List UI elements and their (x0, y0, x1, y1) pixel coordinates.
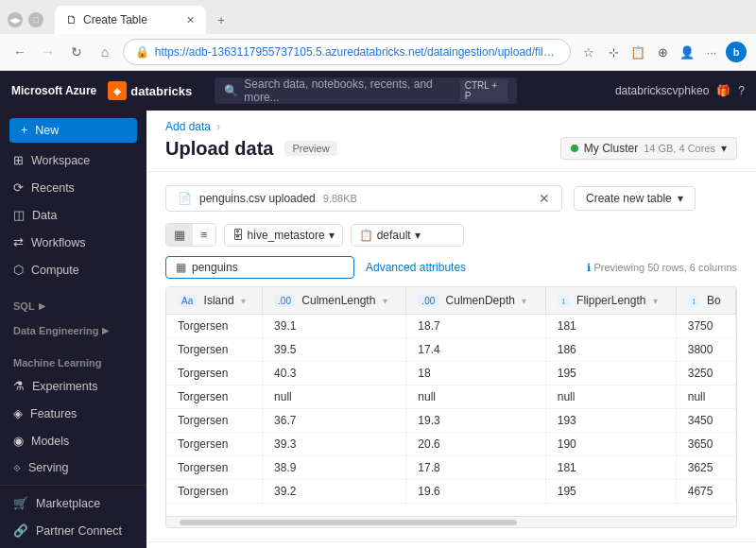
sort-icon-flipper-length[interactable]: ▾ (653, 296, 658, 306)
sidebar-item-experiments[interactable]: ⚗ Experiments (0, 372, 146, 400)
table-cell: Torgersen (166, 362, 263, 385)
info-icon: ℹ (587, 262, 591, 273)
col-resize-culmen-depth[interactable] (541, 287, 545, 314)
col-header-culmen-depth[interactable]: .00 CulmenDepth ▾ (406, 287, 545, 315)
favorites-icon[interactable]: ⊹ (603, 42, 624, 62)
sidebar-section-ml: Machine Learning (0, 348, 146, 372)
table-cell: 3450 (676, 409, 735, 433)
col-resize-island[interactable] (258, 287, 262, 314)
refresh-button[interactable]: ↻ (66, 42, 87, 62)
sidebar-item-features[interactable]: ◈ Features (0, 400, 146, 427)
tab-title: Create Table (83, 13, 147, 26)
help-icon[interactable]: ? (738, 84, 745, 97)
forward-button[interactable]: → (38, 42, 59, 62)
back-forward-icon[interactable]: ◀▶ (8, 12, 23, 27)
new-tab-button[interactable]: + (210, 9, 232, 31)
sidebar-item-recents[interactable]: ⟳ Recents (0, 174, 146, 201)
clear-file-button[interactable]: ✕ (539, 191, 550, 206)
table-cell: Torgersen (166, 315, 263, 338)
col-header-bo[interactable]: ↕ Bo (676, 287, 735, 315)
star-icon[interactable]: ☆ (578, 42, 599, 62)
back-button[interactable]: ← (9, 42, 30, 62)
tab-close-button[interactable]: ✕ (186, 14, 195, 26)
col-resize-flipper-length[interactable] (672, 287, 676, 314)
sidebar-item-marketplace[interactable]: 🛒 Marketplace (0, 489, 146, 517)
table-cell: 19.3 (406, 409, 545, 433)
table-cell: 4675 (676, 480, 735, 504)
table-name-value: penguins (192, 261, 238, 274)
sidebar-item-compute[interactable]: ⬡ Compute (0, 256, 146, 283)
sidebar-item-workflows[interactable]: ⇄ Workflows (0, 229, 146, 256)
active-browser-tab[interactable]: 🗋 Create Table ✕ (55, 6, 206, 34)
settings-icon[interactable]: ··· (701, 42, 722, 62)
sort-icon-culmen-length[interactable]: ▾ (383, 296, 387, 306)
de-chevron-icon: ▶ (102, 326, 109, 335)
table-name-field[interactable]: ▦ penguins (165, 256, 354, 279)
table-row: Torgersen39.219.61954675 (166, 480, 736, 504)
create-table-chevron-icon: ▾ (678, 192, 683, 205)
features-icon: ◈ (13, 406, 23, 420)
table-cell: Torgersen (166, 409, 263, 433)
scrollbar-thumb[interactable] (180, 520, 517, 525)
workspace-selector[interactable]: databrickscvphkeo (615, 84, 709, 97)
models-label: Models (31, 435, 69, 448)
data-table-wrapper: Aa Island ▾ .00 CulmenLength ▾ (165, 286, 737, 528)
file-pill: 📄 penguins.csv uploaded 9.88KB ✕ (165, 185, 562, 212)
horizontal-scrollbar[interactable] (166, 516, 736, 527)
sidebar-item-models[interactable]: ◉ Models (0, 427, 146, 454)
breadcrumb-parent[interactable]: Add data (165, 120, 211, 133)
table-cell: null (545, 385, 676, 409)
global-search[interactable]: 🔍 Search data, notebooks, recents, and m… (215, 77, 517, 104)
cluster-selector[interactable]: My Cluster 14 GB, 4 Cores ▾ (560, 137, 737, 160)
de-label: Data Engineering (13, 325, 98, 336)
table-cell: 36.7 (263, 409, 406, 433)
new-button[interactable]: + New (9, 118, 137, 143)
sidebar-item-data[interactable]: ◫ Data (0, 201, 146, 229)
table-view-button[interactable]: ▦ (166, 224, 193, 246)
edge-button[interactable]: b (726, 42, 747, 62)
sidebar-section-data-engineering[interactable]: Data Engineering ▶ (0, 316, 146, 340)
databricks-icon: ◈ (108, 81, 127, 100)
gift-icon[interactable]: 🎁 (716, 84, 730, 97)
create-table-dropdown[interactable]: Create new table ▾ (574, 186, 696, 211)
schema-selector[interactable]: 📋 default ▾ (351, 224, 464, 247)
table-cell: 195 (545, 362, 676, 385)
col-header-culmen-length[interactable]: .00 CulmenLength ▾ (263, 287, 406, 315)
sidebar-item-workspace[interactable]: ⊞ Workspace (0, 146, 146, 174)
extensions-icon[interactable]: ⊕ (652, 42, 673, 62)
sidebar-item-partner-connect[interactable]: 🔗 Partner Connect (0, 517, 146, 544)
main-content: Add data › Upload data Preview My Cluste… (146, 111, 756, 548)
window-controls[interactable]: ◀▶ □ (8, 12, 43, 27)
table-cell: 39.2 (263, 480, 406, 504)
list-view-button[interactable]: ≡ (193, 224, 215, 246)
table-icon: ▦ (176, 261, 186, 274)
workflows-icon: ⇄ (13, 235, 24, 249)
col-resize-culmen-length[interactable] (402, 287, 405, 314)
new-window-icon[interactable]: □ (28, 12, 43, 27)
home-button[interactable]: ⌂ (94, 42, 115, 62)
col-header-flipper-length[interactable]: ↕ FlipperLength ▾ (545, 287, 676, 315)
upload-row: 📄 penguins.csv uploaded 9.88KB ✕ Create … (165, 185, 737, 212)
table-cell: 195 (545, 480, 676, 504)
filename: penguins.csv uploaded (199, 192, 316, 205)
advanced-attributes-link[interactable]: Advanced attributes (366, 261, 466, 274)
sidebar-item-serving[interactable]: ⟐ Serving (0, 454, 146, 481)
sort-icon-culmen-depth[interactable]: ▾ (522, 296, 526, 306)
collections-icon[interactable]: 📋 (627, 42, 648, 62)
catalog-selector[interactable]: 🗄 hive_metastore ▾ (224, 224, 343, 247)
sidebar-section-sql[interactable]: SQL ▶ (0, 291, 146, 316)
address-bar[interactable]: 🔒 https://adb-1363117955737105.5.azureda… (123, 39, 571, 65)
table-row: Torgersen39.517.41863800 (166, 338, 736, 362)
title-actions: My Cluster 14 GB, 4 Cores ▾ (560, 137, 737, 160)
table-cell: 3800 (676, 338, 735, 362)
table-scroll[interactable]: Aa Island ▾ .00 CulmenLength ▾ (166, 287, 736, 516)
recents-label: Recents (31, 181, 75, 195)
col-header-island[interactable]: Aa Island ▾ (166, 287, 263, 315)
sidebar-divider-3 (0, 485, 146, 486)
view-toggle[interactable]: ▦ ≡ (165, 223, 216, 247)
col-resize-bo[interactable] (731, 287, 735, 314)
table-cell: 39.3 (263, 433, 406, 456)
sort-icon-island[interactable]: ▾ (241, 296, 246, 306)
account-icon[interactable]: 👤 (677, 42, 697, 62)
col-type-flipper-length: ↕ (558, 295, 570, 307)
